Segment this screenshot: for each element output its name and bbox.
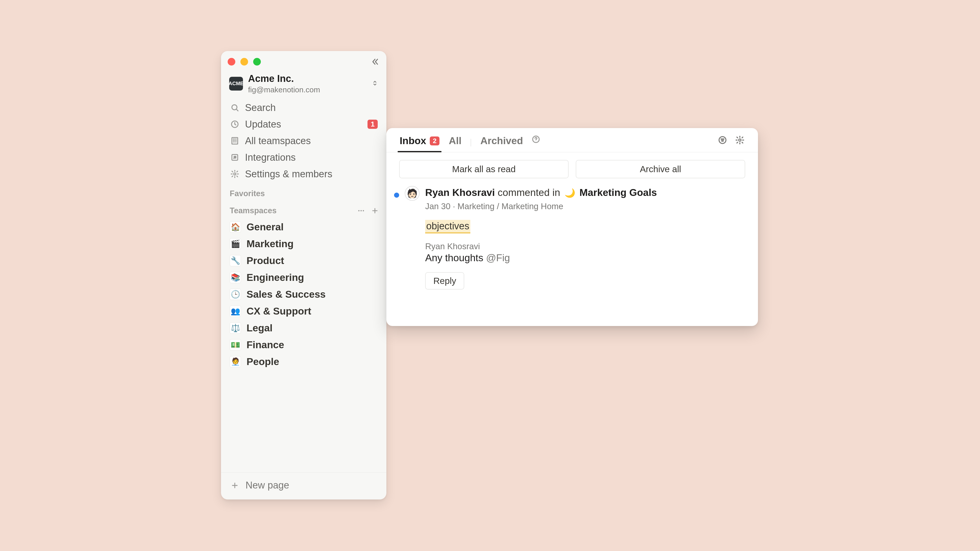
- teamspace-marketing[interactable]: 🎬 Marketing: [225, 235, 382, 252]
- svg-point-6: [361, 210, 362, 211]
- nav-settings-members[interactable]: Settings & members: [225, 166, 382, 183]
- window-close-button[interactable]: [228, 58, 235, 65]
- teamspace-label: Engineering: [247, 272, 304, 283]
- notification-action: commented in: [498, 187, 560, 198]
- teamspace-label: Product: [247, 255, 284, 266]
- banknote-icon: 💵: [230, 339, 241, 351]
- teamspaces-section-header: Teamspaces: [221, 201, 387, 219]
- nav-search[interactable]: Search: [225, 100, 382, 116]
- notification-date: Jan 30: [425, 202, 450, 211]
- teamspace-label: Sales & Success: [247, 289, 326, 300]
- tab-label: Archived: [480, 135, 523, 146]
- notification-meta: Jan 30 · Marketing / Marketing Home: [425, 202, 745, 211]
- plus-icon: [230, 480, 240, 491]
- moon-icon: 🌙: [565, 188, 575, 198]
- svg-point-5: [358, 210, 360, 211]
- updates-tab-row: Inbox 2 All Archived: [387, 128, 758, 152]
- teamspace-cx-support[interactable]: 👥 CX & Support: [225, 303, 382, 320]
- teamspace-label: Finance: [247, 339, 284, 351]
- panel-actions: [717, 135, 745, 145]
- teamspace-general[interactable]: 🏠 General: [225, 219, 382, 235]
- inbox-badge: 2: [430, 137, 439, 145]
- sidebar-footer: New page: [221, 472, 387, 499]
- teamspace-label: Marketing: [247, 238, 293, 249]
- notification-title: Ryan Khosravi commented in 🌙 Marketing G…: [425, 186, 745, 200]
- nav-all-teamspaces[interactable]: All teamspaces: [225, 133, 382, 149]
- new-page-button[interactable]: New page: [225, 476, 382, 494]
- new-page-label: New page: [245, 480, 289, 491]
- window-traffic-lights: [221, 51, 387, 69]
- window-zoom-button[interactable]: [253, 58, 261, 65]
- teamspaces-section-label[interactable]: Teamspaces: [230, 206, 353, 215]
- teamspace-label: CX & Support: [247, 306, 311, 317]
- tab-label: Inbox: [400, 135, 426, 146]
- tab-all[interactable]: All: [448, 133, 462, 152]
- arrow-out-icon: [230, 152, 240, 162]
- notification-body: Ryan Khosravi commented in 🌙 Marketing G…: [425, 186, 745, 289]
- nav-label: Settings & members: [245, 168, 378, 179]
- clock-icon: [230, 119, 240, 129]
- chevron-up-down-icon[interactable]: [372, 80, 378, 87]
- avatar: 🧑🏻: [405, 186, 420, 201]
- gear-icon[interactable]: [735, 135, 745, 145]
- tab-archived[interactable]: Archived: [480, 133, 523, 152]
- unread-dot-icon: [394, 192, 399, 198]
- notification-actor: Ryan Khosravi: [425, 187, 495, 198]
- help-icon[interactable]: [531, 135, 540, 144]
- clapper-icon: 🎬: [230, 238, 241, 249]
- reply-button[interactable]: Reply: [425, 272, 464, 289]
- history-icon: 🕒: [230, 289, 241, 300]
- workspace-email: fig@makenotion.com: [248, 85, 366, 94]
- teamspace-label: Legal: [247, 322, 272, 333]
- comment-text: Any thoughts @Fig: [425, 252, 745, 264]
- more-icon[interactable]: [356, 205, 366, 216]
- notification-breadcrumb: Marketing / Marketing Home: [458, 202, 563, 211]
- nav-label: Integrations: [245, 152, 378, 163]
- workspace-text: Acme Inc. fig@makenotion.com: [248, 73, 366, 94]
- collapse-sidebar-icon[interactable]: [369, 57, 380, 67]
- teamspace-finance[interactable]: 💵 Finance: [225, 337, 382, 353]
- stack-icon: 📚: [230, 272, 241, 283]
- filter-icon[interactable]: [717, 135, 728, 145]
- notification-comment: Ryan Khosravi Any thoughts @Fig: [425, 241, 745, 264]
- users-icon: 👥: [230, 306, 241, 317]
- nav-label: All teamspaces: [245, 135, 378, 146]
- scales-icon: ⚖️: [230, 322, 241, 333]
- svg-point-4: [234, 173, 236, 175]
- nav-label: Updates: [245, 119, 363, 130]
- nav: Search Updates 1 All teamspaces Integra: [221, 100, 387, 183]
- search-icon: [230, 103, 240, 113]
- notification-excerpt: objectives: [425, 220, 470, 233]
- notification-item[interactable]: 🧑🏻 Ryan Khosravi commented in 🌙 Marketin…: [387, 186, 758, 297]
- teamspace-engineering[interactable]: 📚 Engineering: [225, 269, 382, 286]
- teamspace-legal[interactable]: ⚖️ Legal: [225, 320, 382, 337]
- updates-panel: Inbox 2 All Archived: [387, 128, 758, 326]
- svg-point-9: [536, 141, 536, 141]
- notification-page: Marketing Goals: [579, 187, 657, 198]
- tab-label: All: [449, 135, 461, 146]
- workspace-switcher[interactable]: ACME Acme Inc. fig@makenotion.com: [221, 69, 387, 100]
- teamspace-product[interactable]: 🔧 Product: [225, 252, 382, 269]
- favorites-section-label[interactable]: Favorites: [221, 183, 387, 201]
- window-minimize-button[interactable]: [240, 58, 248, 65]
- plus-icon[interactable]: [369, 205, 380, 216]
- home-icon: 🏠: [230, 221, 241, 233]
- teamspace-sales-success[interactable]: 🕒 Sales & Success: [225, 286, 382, 303]
- workspace-name: Acme Inc.: [248, 73, 366, 85]
- svg-point-7: [363, 210, 364, 211]
- nav-label: Search: [245, 102, 378, 113]
- teamspaces-list: 🏠 General 🎬 Marketing 🔧 Product 📚 Engine…: [221, 219, 387, 370]
- archive-all-button[interactable]: Archive all: [576, 160, 745, 178]
- teamspace-label: General: [247, 221, 283, 233]
- sidebar-window: ACME Acme Inc. fig@makenotion.com Search: [221, 51, 387, 499]
- svg-rect-2: [232, 138, 238, 144]
- nav-integrations[interactable]: Integrations: [225, 149, 382, 166]
- teamspace-people[interactable]: 🧑‍💼 People: [225, 353, 382, 370]
- workspace-badge: ACME: [229, 77, 243, 91]
- nav-updates[interactable]: Updates 1: [225, 116, 382, 133]
- person-icon: 🧑‍💼: [230, 356, 241, 367]
- wrench-icon: 🔧: [230, 255, 241, 266]
- mark-all-read-button[interactable]: Mark all as read: [399, 160, 569, 178]
- mention: @Fig: [486, 252, 510, 263]
- tab-inbox[interactable]: Inbox 2: [399, 133, 440, 152]
